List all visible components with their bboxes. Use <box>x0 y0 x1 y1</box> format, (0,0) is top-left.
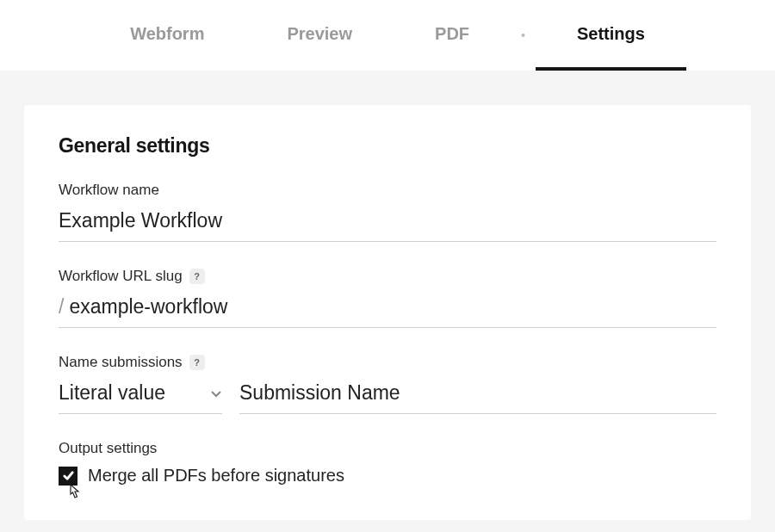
tab-webform[interactable]: Webform <box>89 0 245 71</box>
check-icon <box>62 469 75 482</box>
name-submissions-field: Name submissions ? Literal value <box>59 354 716 414</box>
workflow-slug-field: Workflow URL slug ? / <box>59 268 716 328</box>
name-submissions-row: Literal value <box>59 376 716 414</box>
workflow-slug-label-text: Workflow URL slug <box>59 268 183 285</box>
chevron-down-icon <box>210 387 222 399</box>
tab-pdf[interactable]: PDF <box>394 0 511 71</box>
workflow-slug-input[interactable] <box>69 295 716 319</box>
tabs: Webform Preview PDF • Settings <box>89 0 686 71</box>
help-icon[interactable]: ? <box>189 269 205 284</box>
output-settings: Output settings Merge all PDFs before si… <box>59 440 716 486</box>
select-value: Literal value <box>59 381 165 405</box>
settings-card: General settings Workflow name Workflow … <box>24 105 751 520</box>
output-settings-title: Output settings <box>59 440 716 457</box>
merge-pdfs-label: Merge all PDFs before signatures <box>88 466 344 486</box>
tabs-bar: Webform Preview PDF • Settings <box>0 0 775 71</box>
tab-settings[interactable]: Settings <box>536 0 686 71</box>
workflow-slug-label: Workflow URL slug ? <box>59 268 716 285</box>
name-submissions-label-text: Name submissions <box>59 354 183 371</box>
content-area: General settings Workflow name Workflow … <box>0 71 775 520</box>
merge-pdfs-checkbox[interactable] <box>59 467 78 486</box>
help-icon[interactable]: ? <box>189 355 205 370</box>
name-submissions-label: Name submissions ? <box>59 354 716 371</box>
workflow-name-label: Workflow name <box>59 182 716 199</box>
section-title: General settings <box>59 134 716 158</box>
slug-prefix: / <box>59 295 64 319</box>
workflow-name-input[interactable] <box>59 204 716 242</box>
name-submissions-select[interactable]: Literal value <box>59 376 222 414</box>
workflow-name-field: Workflow name <box>59 182 716 242</box>
workflow-slug-row: / <box>59 290 716 328</box>
tab-separator: • <box>511 0 536 71</box>
merge-pdfs-row: Merge all PDFs before signatures <box>59 466 716 486</box>
submission-name-input[interactable] <box>239 376 716 414</box>
tab-preview[interactable]: Preview <box>245 0 394 71</box>
pointer-cursor-icon <box>65 483 83 505</box>
